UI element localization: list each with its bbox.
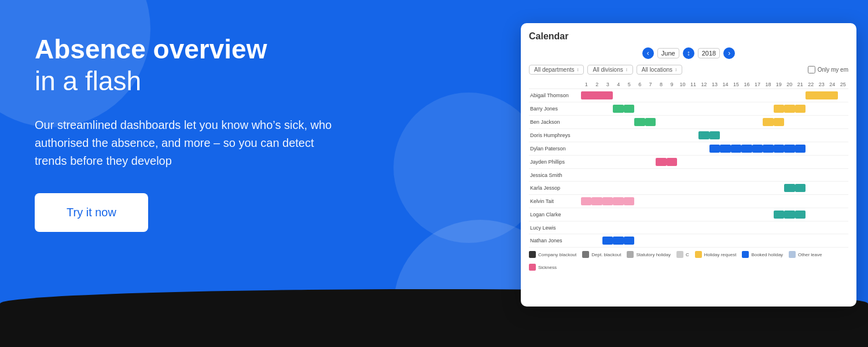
year-select[interactable]: 2018 xyxy=(698,48,720,58)
legend-company-blackout: Company blackout xyxy=(529,251,576,258)
prev-month-button[interactable]: ‹ xyxy=(642,47,654,59)
only-my-em-label: Only my em xyxy=(808,66,848,73)
cta-button[interactable]: Try it now xyxy=(35,193,148,232)
legend-booked-holiday: Booked holiday xyxy=(742,251,783,258)
table-row: Logan Clarke xyxy=(529,208,848,222)
only-my-em-checkbox[interactable] xyxy=(808,66,815,73)
location-filter[interactable]: All locations ↕ xyxy=(637,65,682,75)
department-filter[interactable]: All departments ↕ xyxy=(529,65,584,75)
calendar-title: Calendar xyxy=(529,31,848,42)
headline-light: in a flash xyxy=(35,67,336,96)
legend-sickness: Sickness xyxy=(529,264,557,271)
division-filter-arrow: ↕ xyxy=(626,67,628,72)
month-arrow-icon[interactable]: ↕ xyxy=(683,47,694,59)
department-filter-label: All departments xyxy=(534,67,574,73)
department-filter-arrow: ↕ xyxy=(576,67,579,72)
table-row: Doris Humphreys xyxy=(529,129,848,142)
legend-other-leave: Other leave xyxy=(789,251,822,258)
next-month-button[interactable]: › xyxy=(723,47,735,59)
table-row: Nathan Jones xyxy=(529,234,848,248)
table-row: Lucy Lewis xyxy=(529,222,848,234)
table-row: Abigail Thomson xyxy=(529,89,848,102)
table-row: Jessica Smith xyxy=(529,169,848,182)
left-content: Absence overview in a flash Our streamli… xyxy=(35,35,336,232)
calendar-legend: Company blackout Dept. blackout Statutor… xyxy=(529,251,848,271)
division-filter[interactable]: All divisions ↕ xyxy=(587,65,632,75)
table-row: Ben Jackson xyxy=(529,116,848,129)
table-row: Dylan Paterson xyxy=(529,142,848,156)
table-row: Barry Jones xyxy=(529,102,848,116)
legend-dept-blackout: Dept. blackout xyxy=(582,251,621,258)
calendar-mockup: Calendar ‹ June ↕ 2018 › All departments… xyxy=(521,23,856,307)
location-filter-arrow: ↕ xyxy=(675,67,677,72)
month-select[interactable]: June xyxy=(657,48,679,58)
division-filter-label: All divisions xyxy=(593,67,623,73)
table-row: Kelvin Tait xyxy=(529,195,848,208)
headline: Absence overview in a flash xyxy=(35,35,336,95)
location-filter-label: All locations xyxy=(642,67,672,73)
table-row: Karla Jessop xyxy=(529,182,848,195)
legend-statutory-holiday: Statutory holiday xyxy=(627,251,671,258)
headline-bold: Absence overview xyxy=(35,34,267,64)
legend-holiday-request: Holiday request xyxy=(695,251,737,258)
legend-c: C xyxy=(676,251,689,258)
main-container: Absence overview in a flash Our streamli… xyxy=(0,0,868,347)
description-text: Our streamlined dashboards let you know … xyxy=(35,116,336,170)
calendar-nav: ‹ June ↕ 2018 › xyxy=(529,47,848,59)
calendar-filters: All departments ↕ All divisions ↕ All lo… xyxy=(529,65,848,75)
table-row: Jayden Phillips xyxy=(529,156,848,169)
